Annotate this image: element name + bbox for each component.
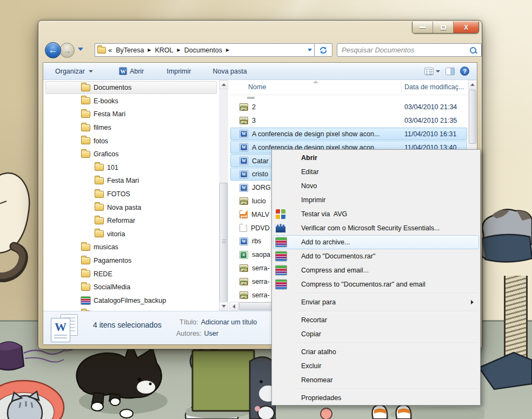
file-row[interactable]: A conferencia de design pixel show acon.… [229,128,468,141]
breadcrumb-item[interactable]: Documentos ▶ [183,46,231,54]
column-header-date[interactable]: Data de modificaç... [404,83,464,91]
sidebar-item[interactable]: 101 [43,161,219,175]
context-menu-item[interactable]: Add to archive... [272,235,480,249]
open-button[interactable]: Abrir [119,67,144,75]
context-menu-item[interactable]: Compress and email... [272,263,480,277]
refresh-icon [319,46,328,55]
sidebar-scrollbar[interactable] [219,80,228,311]
file-name: cristo [248,170,268,178]
folder-icon [95,164,104,171]
context-menu-item[interactable]: Abrir [272,151,480,165]
context-menu-item[interactable]: Testar via AVG [272,207,480,221]
sidebar-item[interactable]: Graficos [43,148,219,161]
context-menu-item[interactable] [272,387,480,391]
authors-value[interactable]: User [202,330,218,337]
search-input[interactable]: Pesquisar Documentos [337,43,482,57]
search-icon[interactable] [469,46,477,54]
context-menu-item[interactable] [272,341,480,345]
address-bar: ← → « ByTeresa ▶ KROL ▶ Documentos [45,42,475,58]
print-button[interactable]: Imprimir [167,68,191,75]
file-icon [247,97,255,99]
sidebar-item[interactable]: Reformar [43,214,219,228]
scroll-left-button[interactable] [229,302,238,311]
folder-icon [95,177,104,184]
change-view-button[interactable] [424,68,440,75]
sidebar-item[interactable]: Pagamentos [43,254,219,268]
caption-buttons: X [412,22,479,34]
menu-item-label: Propriedades [301,394,341,402]
context-menu: Abrir Editar Novo Imprimir Testar via AV… [271,149,481,405]
context-menu-item[interactable]: Criar atalho [272,345,480,359]
context-menu-item[interactable]: Verificar com o Microsoft Security Essen… [272,221,480,235]
context-menu-item[interactable]: Renomear [272,373,480,387]
context-menu-item[interactable]: Enviar para [272,295,480,309]
preview-pane-button[interactable] [445,68,455,75]
refresh-button[interactable] [314,43,332,57]
scroll-up-button[interactable] [219,80,228,89]
minimize-button[interactable] [413,22,433,33]
file-row[interactable] [229,95,468,101]
file-row[interactable]: 3 03/04/2010 21:35 [229,114,468,128]
context-menu-item[interactable] [272,291,480,295]
file-name: 3 [248,117,256,124]
title-value[interactable]: Adicionar um título [198,318,257,326]
folder-icon [95,217,104,224]
sidebar-item[interactable]: Nova pasta [43,201,219,214]
scrollbar-thumb[interactable] [469,90,476,144]
context-menu-item[interactable]: Imprimir [272,193,480,207]
context-menu-item[interactable]: Excluir [272,359,480,373]
breadcrumb-overflow-chevron[interactable]: « [108,46,112,54]
breadcrumb-separator-icon[interactable]: ▶ [145,48,153,52]
submenu-arrow-icon [471,300,474,304]
help-button[interactable]: ? [460,66,469,76]
breadcrumb-separator-icon[interactable]: ▶ [224,48,231,52]
sidebar-item[interactable]: fotos [43,134,219,148]
context-menu-item[interactable] [272,309,480,313]
new-folder-button[interactable]: Nova pasta [212,68,247,75]
sidebar-item[interactable] [43,307,219,311]
sidebar-item[interactable]: vitoria [43,228,219,241]
sidebar-item[interactable]: filmes [43,121,219,135]
file-icon [240,237,248,245]
sidebar-item[interactable]: REDE [43,267,219,281]
maximize-button[interactable] [433,22,454,33]
forward-button[interactable]: → [59,43,75,58]
context-menu-item[interactable]: Compress to "Documentos.rar" and email [272,277,480,291]
scrollbar-thumb[interactable] [220,183,228,304]
context-menu-item[interactable]: Recortar [272,313,480,327]
sidebar-item[interactable]: Documentos [43,81,219,95]
close-button[interactable]: X [454,22,478,33]
context-menu-item[interactable]: Novo [272,179,480,193]
menu-item-label: Imprimir [301,196,325,204]
folder-icon [81,270,90,277]
organize-button[interactable]: Organizar [55,68,93,75]
sidebar-item[interactable]: Festa Mari [43,108,219,121]
views-icon [424,68,434,75]
sidebar-item[interactable]: SocialMedia [43,281,219,294]
context-menu-item[interactable]: Copiar [272,327,480,341]
sidebar-item[interactable]: CatalogoFilmes_backup [43,294,219,308]
recent-pages-dropdown-icon[interactable] [78,48,83,51]
sidebar-item[interactable]: Festa Mari [43,174,219,188]
context-menu-item[interactable]: Propriedades [272,391,480,405]
menu-item-label: Enviar para [301,298,336,306]
context-menu-item[interactable]: Add to "Documentos.rar" [272,249,480,263]
back-button[interactable]: ← [45,42,61,58]
file-row[interactable]: 2 03/04/2010 21:34 [229,101,468,114]
black-cat [69,340,177,419]
context-menu-item[interactable]: Editar [272,165,480,179]
sidebar-item[interactable]: musicas [43,241,219,254]
column-header-name[interactable]: Nome [248,83,266,91]
address-field[interactable]: « ByTeresa ▶ KROL ▶ Documentos ▶ [95,43,314,57]
scroll-up-button[interactable] [468,80,477,89]
breadcrumb-item[interactable]: KROL ▶ [154,46,183,54]
address-dropdown-icon[interactable] [308,49,312,51]
menu-item-label: Recortar [301,316,327,324]
sidebar-item[interactable]: E-books [43,95,219,108]
breadcrumb-separator-icon[interactable]: ▶ [175,48,183,52]
sidebar-item[interactable]: FOTOS [43,188,219,201]
scroll-down-button[interactable] [219,302,228,311]
sidebar-item-label: Nova pasta [104,204,141,211]
breadcrumb-item[interactable]: ByTeresa ▶ [114,46,153,54]
file-icon [240,130,248,138]
